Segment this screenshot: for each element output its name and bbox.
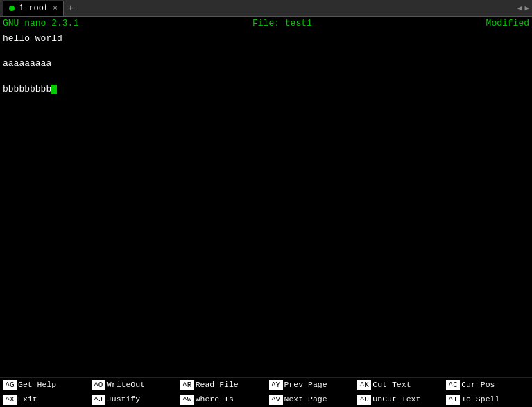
shortcut-label-exit: Exit bbox=[18, 395, 37, 405]
shortcut-key-get-help: ^G bbox=[3, 380, 17, 390]
shortcut-key-uncut-text: ^U bbox=[357, 395, 371, 404]
shortcut-writeout[interactable]: ^O WriteOut bbox=[89, 378, 178, 392]
editor-line-2 bbox=[3, 45, 529, 58]
shortcut-label-uncut-text: UnCut Text bbox=[372, 395, 420, 405]
terminal-window: 1 root × + ◀ ▶ GNU nano 2.3.1 File: test… bbox=[0, 0, 532, 407]
shortcut-where-is[interactable]: ^W Where Is bbox=[178, 392, 266, 407]
tab-bar: 1 root × + ◀ ▶ bbox=[0, 0, 532, 17]
shortcut-to-spell[interactable]: ^T To Spell bbox=[443, 392, 532, 407]
shortcut-key-to-spell: ^T bbox=[446, 395, 460, 404]
shortcut-key-cur-pos: ^C bbox=[446, 380, 460, 390]
editor-line-5: bbbbbbbbb bbox=[3, 83, 529, 96]
editor-line-1: hello world bbox=[3, 33, 529, 45]
shortcut-label-next-page: Next Page bbox=[284, 395, 327, 405]
shortcut-key-where-is: ^W bbox=[180, 395, 194, 404]
shortcut-read-file[interactable]: ^R Read File bbox=[178, 378, 266, 392]
shortcut-exit[interactable]: ^X Exit bbox=[0, 392, 89, 407]
tab-navigation-arrows: ◀ ▶ bbox=[517, 3, 529, 12]
tab-prev-arrow[interactable]: ◀ bbox=[517, 3, 522, 12]
nano-modified-status: Modified bbox=[486, 18, 529, 28]
shortcut-key-read-file: ^R bbox=[180, 380, 194, 390]
shortcut-label-get-help: Get Help bbox=[18, 380, 56, 390]
shortcut-key-cut-text: ^K bbox=[357, 380, 371, 390]
shortcut-key-writeout: ^O bbox=[92, 380, 105, 390]
shortcut-label-cur-pos: Cur Pos bbox=[461, 380, 495, 390]
shortcut-key-next-page: ^V bbox=[269, 395, 283, 404]
editor-area[interactable]: hello world aaaaaaaaa bbbbbbbbb bbox=[0, 30, 532, 377]
shortcut-next-page[interactable]: ^V Next Page bbox=[266, 392, 355, 407]
shortcut-label-read-file: Read File bbox=[196, 380, 239, 390]
nano-file-name: File: test1 bbox=[252, 18, 312, 28]
text-cursor bbox=[51, 85, 57, 94]
nano-header: GNU nano 2.3.1 File: test1 Modified bbox=[0, 17, 532, 30]
shortcut-key-exit: ^X bbox=[3, 395, 17, 404]
shortcut-key-prev-page: ^Y bbox=[269, 380, 283, 390]
shortcut-justify[interactable]: ^J Justify bbox=[89, 392, 178, 407]
editor-line-4 bbox=[3, 71, 529, 83]
shortcut-label-to-spell: To Spell bbox=[461, 395, 499, 405]
shortcut-prev-page[interactable]: ^Y Prev Page bbox=[266, 378, 355, 392]
shortcut-uncut-text[interactable]: ^U UnCut Text bbox=[354, 392, 443, 407]
shortcut-get-help[interactable]: ^G Get Help bbox=[0, 378, 89, 392]
shortcut-key-justify: ^J bbox=[92, 395, 105, 404]
shortcut-label-where-is: Where Is bbox=[196, 395, 234, 405]
tab-close-button[interactable]: × bbox=[53, 4, 58, 12]
new-tab-button[interactable]: + bbox=[64, 1, 78, 15]
shortcut-bar: ^G Get Help ^O WriteOut ^R Read File ^Y … bbox=[0, 377, 532, 407]
tab-label: 1 root bbox=[19, 3, 49, 13]
shortcut-label-justify: Justify bbox=[107, 395, 140, 405]
nano-app-name: GNU nano 2.3.1 bbox=[3, 18, 78, 28]
shortcut-label-writeout: WriteOut bbox=[107, 380, 145, 390]
shortcut-label-cut-text: Cut Text bbox=[372, 380, 411, 390]
editor-line-3: aaaaaaaaa bbox=[3, 58, 529, 70]
tab-status-dot bbox=[9, 6, 15, 11]
shortcut-cur-pos[interactable]: ^C Cur Pos bbox=[443, 378, 532, 392]
active-tab[interactable]: 1 root × bbox=[3, 1, 64, 16]
shortcut-label-prev-page: Prev Page bbox=[284, 380, 327, 390]
shortcut-cut-text[interactable]: ^K Cut Text bbox=[354, 378, 443, 392]
tab-next-arrow[interactable]: ▶ bbox=[524, 3, 529, 12]
